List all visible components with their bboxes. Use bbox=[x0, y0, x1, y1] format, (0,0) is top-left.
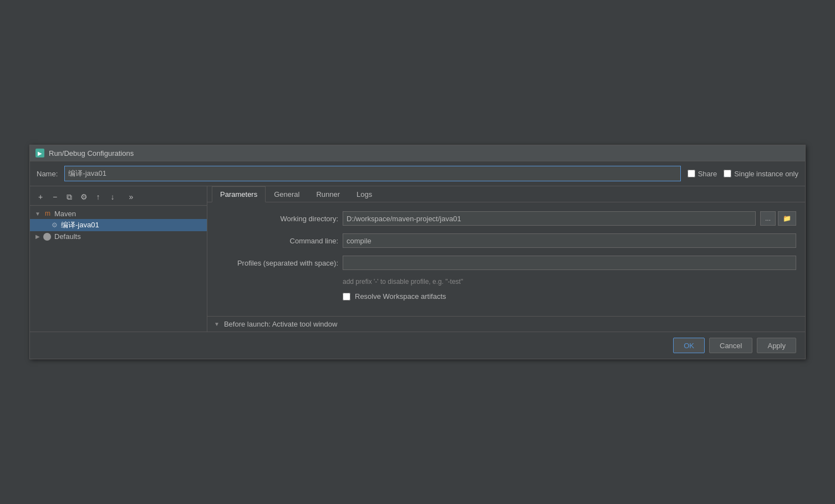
defaults-icon bbox=[43, 233, 51, 241]
apply-button[interactable]: Apply bbox=[757, 338, 796, 353]
profiles-hint: add prefix '-' to disable profile, e.g. … bbox=[343, 278, 796, 286]
title-bar: ▶ Run/Debug Configurations bbox=[30, 145, 805, 161]
resolve-workspace-checkbox[interactable] bbox=[343, 293, 350, 301]
tree-item-maven[interactable]: ▼ m Maven bbox=[30, 208, 207, 219]
single-instance-checkbox-container: Single instance only bbox=[724, 170, 798, 178]
single-instance-label: Single instance only bbox=[734, 170, 798, 178]
command-line-row: Command line: bbox=[216, 233, 796, 248]
browse-dir-button[interactable]: ... bbox=[760, 211, 776, 226]
share-label: Share bbox=[698, 170, 717, 178]
dir-buttons: ... 📁 bbox=[760, 211, 796, 226]
more-button[interactable]: » bbox=[125, 191, 137, 203]
profiles-input[interactable] bbox=[343, 256, 796, 270]
remove-config-button[interactable]: − bbox=[49, 191, 61, 203]
name-bar: Name: Share Single instance only bbox=[30, 161, 805, 186]
working-dir-label: Working directory: bbox=[216, 215, 338, 223]
tab-general[interactable]: General bbox=[266, 186, 308, 202]
maven-icon: m bbox=[43, 209, 52, 218]
java01-label: 编译-java01 bbox=[61, 220, 99, 230]
maven-label: Maven bbox=[54, 210, 76, 218]
tree-item-java01[interactable]: ⚙ 编译-java01 bbox=[30, 219, 207, 231]
share-checkbox[interactable] bbox=[688, 170, 695, 177]
tab-bar: Parameters General Runner Logs bbox=[207, 186, 805, 202]
profiles-label: Profiles (separated with space): bbox=[216, 259, 338, 267]
tree-item-defaults[interactable]: ▶ Defaults bbox=[30, 231, 207, 242]
move-down-button[interactable]: ↓ bbox=[106, 191, 119, 203]
command-line-input[interactable] bbox=[343, 233, 796, 248]
maven-arrow: ▼ bbox=[34, 211, 41, 217]
tab-logs[interactable]: Logs bbox=[348, 186, 380, 202]
settings-config-button[interactable]: ⚙ bbox=[78, 191, 90, 203]
before-launch-bar: ▼ Before launch: Activate tool window bbox=[207, 316, 805, 332]
resolve-workspace-label[interactable]: Resolve Workspace artifacts bbox=[355, 292, 446, 301]
ok-button[interactable]: OK bbox=[673, 338, 705, 353]
working-dir-input[interactable] bbox=[343, 211, 756, 226]
before-launch-arrow[interactable]: ▼ bbox=[214, 321, 220, 327]
copy-config-button[interactable]: ⧉ bbox=[63, 191, 75, 203]
footer: OK Cancel Apply bbox=[30, 332, 805, 359]
working-dir-row: Working directory: ... 📁 bbox=[216, 211, 796, 226]
browse-folder-button[interactable]: 📁 bbox=[778, 211, 796, 226]
resolve-workspace-row: Resolve Workspace artifacts bbox=[343, 292, 796, 301]
defaults-label: Defaults bbox=[54, 232, 81, 241]
cancel-button[interactable]: Cancel bbox=[709, 338, 752, 353]
profiles-row: Profiles (separated with space): bbox=[216, 256, 796, 270]
command-line-label: Command line: bbox=[216, 237, 338, 245]
dialog-title: Run/Debug Configurations bbox=[49, 149, 134, 157]
tab-runner[interactable]: Runner bbox=[308, 186, 348, 202]
share-checkbox-container: Share bbox=[688, 170, 717, 178]
sidebar-toolbar: + − ⧉ ⚙ ↑ ↓ » bbox=[30, 189, 207, 206]
move-up-button[interactable]: ↑ bbox=[92, 191, 104, 203]
tab-parameters[interactable]: Parameters bbox=[212, 186, 266, 202]
dialog-icon: ▶ bbox=[35, 149, 44, 157]
sidebar: + − ⧉ ⚙ ↑ ↓ » ▼ m Maven bbox=[30, 186, 207, 332]
before-launch-label: Before launch: Activate tool window bbox=[224, 320, 338, 328]
toolbar-separator bbox=[121, 193, 123, 201]
gear-config-icon: ⚙ bbox=[50, 221, 59, 230]
defaults-arrow: ▶ bbox=[34, 233, 41, 240]
config-tree: ▼ m Maven ⚙ 编译-java01 ▶ Defaults bbox=[30, 206, 207, 329]
parameters-tab-content: Working directory: ... 📁 Command line: bbox=[207, 202, 805, 316]
add-config-button[interactable]: + bbox=[34, 191, 47, 203]
name-input[interactable] bbox=[64, 166, 680, 181]
right-panel: Parameters General Runner Logs Working d… bbox=[207, 186, 805, 332]
single-instance-checkbox[interactable] bbox=[724, 170, 731, 177]
name-label: Name: bbox=[37, 170, 58, 178]
